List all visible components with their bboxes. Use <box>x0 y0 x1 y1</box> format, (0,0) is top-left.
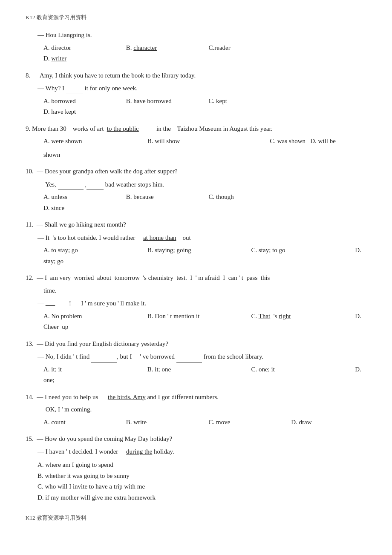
q7-options: A. director B. character C.reader D. wri… <box>26 43 366 64</box>
q12-option-b: B. Don ' t mention it <box>147 311 250 322</box>
q10-option-c: C. though <box>209 192 290 203</box>
q12-option-a: A. No problem <box>43 311 146 322</box>
q13-option-a: A. it; it <box>43 364 146 375</box>
q15-option-c: C. who will I invite to have a trip with… <box>37 481 366 492</box>
option-c: C.reader <box>209 43 290 54</box>
q8-num: 8. <box>26 72 32 79</box>
question-14: 14. — I need you to help us the birds. A… <box>26 392 366 428</box>
q11-option-b: B. staying; going <box>147 245 250 256</box>
q12-option-c: C. That 's right <box>251 311 354 322</box>
q11-option-c: C. stay; to go <box>251 245 354 256</box>
q9-option-c: C. was shown <box>270 138 306 144</box>
q14-option-d: D. draw <box>291 419 311 426</box>
q9-wrap: shown <box>26 150 366 161</box>
question-12: 12. — I am very worried about tomorrow '… <box>26 273 366 333</box>
q9-option-d: D. will be <box>310 138 336 144</box>
question-13: 13. — Did you find your English dictiona… <box>26 339 366 386</box>
q13-option-c: C. one; it <box>251 364 354 375</box>
q9-option-b: B. will show <box>147 136 250 147</box>
q15-option-a: A. where am I going to spend <box>37 460 366 471</box>
q8-option-c: C. kept <box>209 96 290 107</box>
option-b: B. character <box>126 43 207 54</box>
q14-option-a: A. count <box>43 417 124 428</box>
q15-option-d: D. if my mother will give me extra homew… <box>37 492 366 503</box>
footer: K12 教育资源学习用资料 <box>26 513 366 523</box>
q15-option-b: B. whether it was going to be sunny <box>37 471 366 482</box>
question-11: 11. — Shall we go hiking next month? — I… <box>26 219 366 267</box>
q10-option-b: B. because <box>126 192 207 203</box>
q11-option-a: A. to stay; go <box>43 245 146 256</box>
q14-option-b: B. write <box>126 417 207 428</box>
q8-option-d: D. have kept <box>43 106 124 118</box>
question-9: 9. More than 30 works of art to the publ… <box>26 124 366 161</box>
question-15: 15. — How do you spend the coming May Da… <box>26 434 366 503</box>
intro-line: — Hou Liangping is. <box>26 30 366 41</box>
q10-option-d: D. since <box>43 203 124 214</box>
q8-option-b: B. have borrowed <box>126 96 207 107</box>
q9-option-a: A. were shown <box>43 136 146 147</box>
question-8: 8. — Amy, I think you have to return the… <box>26 70 366 118</box>
option-a: A. director <box>43 43 124 54</box>
q8-option-a: A. borrowed <box>43 96 124 107</box>
header: K12 教育资源学习用资料 <box>26 13 366 22</box>
question-10: 10. — Does your grandpa often walk the d… <box>26 166 366 213</box>
q10-option-a: A. unless <box>43 192 124 203</box>
option-d: D. writer <box>43 53 124 64</box>
q14-option-c: C. move <box>209 417 290 428</box>
q13-option-b: B. it; one <box>147 364 250 375</box>
